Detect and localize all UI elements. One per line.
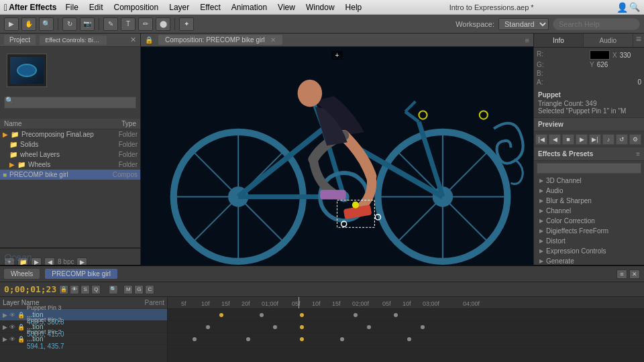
keyframe[interactable] (367, 325, 371, 329)
keyframe[interactable] (394, 313, 398, 317)
menu-edit[interactable]: Edit (85, 1, 108, 13)
layer-expand-icon[interactable]: ▶ (3, 324, 7, 330)
tick-03: 03;00f (423, 300, 439, 307)
keyframe[interactable] (273, 325, 277, 329)
keyframe[interactable] (206, 325, 210, 329)
preview-loop-btn[interactable]: ↺ (616, 134, 628, 145)
menu-view[interactable]: View (273, 1, 300, 13)
workspace-select[interactable]: Standard (498, 18, 549, 30)
vis-icon3[interactable]: 👁 (9, 336, 15, 343)
keyframe[interactable] (354, 313, 358, 317)
panel-options-icon[interactable]: ≡ (633, 34, 644, 47)
vis-icon2[interactable]: 👁 (9, 324, 15, 330)
zoom-tool[interactable]: 🔍 (39, 17, 54, 31)
list-item[interactable]: ▶ 📁 Precomposing Final.aep Folder (0, 129, 140, 139)
list-item[interactable]: 📁 Solids Folder (0, 139, 140, 149)
effect-3d-channel[interactable]: ▶ 3D Channel (534, 176, 644, 186)
keyframe[interactable] (300, 313, 304, 317)
tl-lock-btn[interactable]: 🔒 (59, 285, 68, 294)
list-item[interactable]: 📁 wheel Layers Folder (0, 149, 140, 160)
keyframe[interactable] (300, 325, 304, 329)
preview-first-btn[interactable]: |◀ (535, 134, 547, 145)
rotate-tool[interactable]: ↻ (62, 17, 77, 31)
expand-icon: ▶ (539, 188, 543, 194)
menu-composition[interactable]: Composition (109, 1, 164, 13)
hand-tool[interactable]: ✋ (21, 17, 36, 31)
pen-tool[interactable]: ✎ (103, 17, 118, 31)
effect-controls-tab[interactable]: Effect Controls: Biker Bo... (40, 36, 107, 45)
tl-collapse-btn[interactable]: C (145, 285, 154, 294)
stamp-tool[interactable]: ⬤ (156, 17, 170, 31)
list-item[interactable]: ■ PRECOMP bike girl Compos (0, 170, 140, 180)
keyframe[interactable] (407, 337, 411, 341)
menu-layer[interactable]: Layer (164, 1, 194, 13)
project-tab[interactable]: Project (4, 35, 36, 45)
keyframe[interactable] (340, 337, 344, 341)
sep1 (58, 18, 58, 30)
folder-icon: ▶ (3, 131, 8, 138)
comp-tab-close[interactable]: ✕ (270, 36, 276, 44)
brush-tool[interactable]: ✏ (138, 17, 153, 31)
lock-icon3[interactable]: 🔒 (17, 336, 25, 343)
preview-audio-btn[interactable]: ♪ (602, 134, 614, 145)
puppet-tool[interactable]: ✦ (179, 17, 194, 31)
effect-audio[interactable]: ▶ Audio (534, 186, 644, 196)
tl-motion-blur-btn[interactable]: M (123, 285, 133, 294)
panel-close-btn[interactable]: ✕ (130, 36, 136, 44)
tl-quality-btn[interactable]: Q (91, 285, 101, 294)
menu-animation[interactable]: Animation (227, 1, 272, 13)
tl-solo-btn[interactable]: S (80, 285, 90, 294)
keyframe[interactable] (246, 337, 250, 341)
search-help-input[interactable] (553, 18, 640, 30)
comp-viewer-tab[interactable]: Composition: PRECOMP bike girl ✕ (158, 35, 282, 45)
preview-settings-btn[interactable]: ⚙ (629, 134, 641, 145)
playhead[interactable] (299, 297, 299, 308)
puppet-pin2b-label: Puppet Pin 2 (27, 328, 164, 335)
keyframe[interactable] (300, 337, 304, 341)
effects-search-input[interactable] (537, 163, 641, 174)
puppet-selected: Selected "Puppet Pin 1" in "M (538, 107, 640, 115)
effect-color-correction[interactable]: ▶ Color Correction (534, 216, 644, 226)
effect-distort[interactable]: ▶ Distort (534, 236, 644, 246)
menu-file[interactable]: File (60, 1, 83, 13)
vis-icon[interactable]: 👁 (9, 312, 15, 318)
menu-help[interactable]: Help (341, 1, 367, 13)
layer-expand-icon[interactable]: ▶ (3, 336, 7, 343)
effect-blur-sharpen[interactable]: ▶ Blur & Sharpen (534, 196, 644, 206)
tl-shy-btn[interactable]: 👁 (70, 285, 79, 294)
effects-options-icon[interactable]: ≡ (636, 150, 640, 158)
preview-stop-btn[interactable]: ■ (562, 134, 574, 145)
keyframe[interactable] (260, 313, 264, 317)
tl-graph-btn[interactable]: G (134, 285, 144, 294)
menu-effect[interactable]: Effect (195, 1, 225, 13)
wheels-tab[interactable]: Wheels (4, 269, 40, 279)
effect-expression-controls[interactable]: ▶ Expression Controls (534, 246, 644, 256)
arrow-tool[interactable]: ▶ (4, 17, 19, 31)
precomp-tab[interactable]: PRECOMP bike girl (45, 269, 117, 279)
keyframe[interactable] (421, 325, 425, 329)
layer-row[interactable]: ▶ 👁 🔒 Puppet Pin 2 ...tion 594.1, 435.7 (0, 333, 167, 345)
timeline-option-btn[interactable]: ≡ (616, 269, 627, 279)
camera-tool[interactable]: 📷 (80, 17, 95, 31)
panel-menu-icon[interactable]: ≡ (525, 36, 529, 44)
text-tool[interactable]: T (121, 17, 136, 31)
effect-label: Audio (546, 187, 564, 194)
lock-icon[interactable]: 🔒 (17, 312, 25, 318)
timeline-timecode[interactable]: 0;00;01;23 (4, 284, 56, 294)
preview-next-btn[interactable]: ▶| (589, 134, 601, 145)
preview-prev-btn[interactable]: ◀ (549, 134, 561, 145)
layer-expand-icon[interactable]: ▶ (3, 312, 7, 318)
preview-play-btn[interactable]: ▶ (576, 134, 588, 145)
search-menu-icon[interactable]: 🔍 (629, 2, 640, 12)
info-tab[interactable]: Info (534, 34, 584, 47)
tl-search-btn[interactable]: 🔍 (109, 285, 118, 294)
list-item[interactable]: ▶ 📁 Wheels Folder (0, 160, 140, 170)
lock-icon2[interactable]: 🔒 (17, 324, 25, 330)
menu-window[interactable]: Window (301, 1, 339, 13)
timeline-close-btn[interactable]: ✕ (629, 269, 640, 279)
keyframe[interactable] (193, 337, 197, 341)
audio-tab[interactable]: Audio (584, 34, 633, 47)
effect-digieffects[interactable]: ▶ Digieffects FreeForm (534, 226, 644, 236)
effect-channel[interactable]: ▶ Channel (534, 206, 644, 216)
keyframe[interactable] (219, 313, 223, 317)
